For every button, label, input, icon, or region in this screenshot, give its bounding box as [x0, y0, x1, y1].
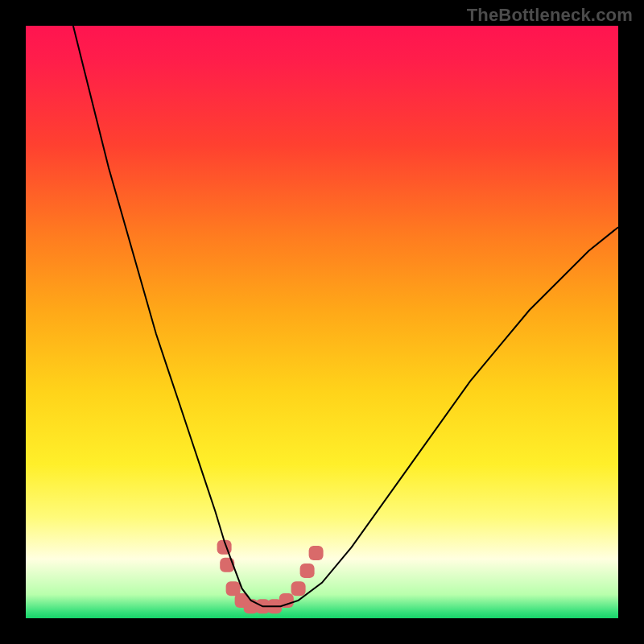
marker	[309, 546, 324, 560]
bottleneck-curve	[73, 26, 618, 606]
chart-frame: TheBottleneck.com	[0, 0, 644, 644]
marker	[220, 558, 234, 572]
marker	[291, 581, 306, 596]
marker	[300, 564, 315, 578]
curve-svg	[26, 26, 618, 618]
data-markers	[217, 540, 324, 614]
watermark-text: TheBottleneck.com	[467, 5, 633, 26]
plot-area	[26, 26, 618, 618]
